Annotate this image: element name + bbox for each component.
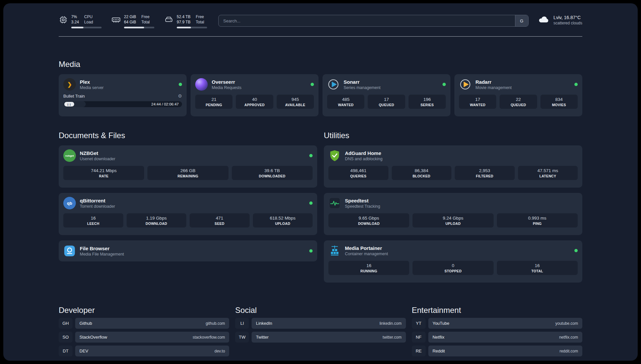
status-dot <box>309 249 313 253</box>
cpu-widget: 7% 3.24 CPU Load <box>59 15 102 28</box>
stat-upload: 9.24 Gbps UPLOAD <box>412 213 493 228</box>
stat-latency: 47.571 ms LATENCY <box>518 166 578 180</box>
status-dot <box>311 83 314 86</box>
status-dot <box>309 154 313 157</box>
portainer-icon <box>328 244 341 257</box>
disk-total: 97.9 TB <box>177 20 191 25</box>
dashboard: 7% 3.24 CPU Load <box>3 3 638 361</box>
now-playing-title: Bullet Train <box>63 94 85 99</box>
nzbget-card[interactable]: nzbget NZBGet Usenet downloader 744.21 M… <box>59 145 317 188</box>
filebrowser-card[interactable]: File Browser Media File Management <box>59 240 317 261</box>
settings-gear-icon[interactable]: ⚙ <box>178 93 182 99</box>
radarr-card[interactable]: Radarr Movie management 17 WANTED 22 QUE… <box>454 74 582 116</box>
bookmark-abbr: GH <box>59 318 73 329</box>
radarr-icon <box>459 78 472 91</box>
disk-label-total: Total <box>196 20 204 25</box>
disk-icon <box>164 15 173 24</box>
stat-series: 196 SERIES <box>409 95 446 109</box>
bookmark-reddit[interactable]: RE Reddit reddit.com <box>412 346 582 356</box>
stat-upload: 618.52 Mbps UPLOAD <box>253 213 313 228</box>
cpu-percent: 7% <box>71 15 79 20</box>
stat-queued: 17 QUEUED <box>368 95 405 109</box>
search-engine-button[interactable]: G <box>515 15 528 26</box>
weather-widget[interactable]: Lviv, 16.87°C scattered clouds <box>538 15 582 25</box>
stat-running: 16 RUNNING <box>328 261 409 275</box>
developer-heading: Developer <box>59 306 229 315</box>
sonarr-icon <box>327 78 340 91</box>
stat-leech: 16 LEECH <box>63 213 123 228</box>
bookmark-abbr: NF <box>412 332 426 343</box>
adguard-card[interactable]: AdGuard Home DNS and adblocking 498,461 … <box>324 145 582 188</box>
status-dot <box>309 201 313 205</box>
cpu-loadavg: 3.24 <box>71 20 79 25</box>
stat-download: 1.19 Gbps DOWNLOAD <box>127 213 187 228</box>
bookmark-abbr: YT <box>412 318 426 329</box>
plex-icon: ❯ <box>63 78 76 91</box>
cloud-icon <box>538 15 550 25</box>
disk-progress-bar <box>177 27 207 28</box>
bookmark-stackoverflow[interactable]: SO StackOverflow stackoverflow.com <box>59 332 229 343</box>
stat-approved: 40 APPROVED <box>236 95 273 109</box>
adguard-icon <box>328 149 341 162</box>
bookmark-linkedin[interactable]: LI LinkedIn linkedin.com <box>235 318 406 329</box>
stat-available: 945 AVAILABLE <box>277 95 314 109</box>
weather-condition: scattered clouds <box>554 21 582 25</box>
bookmark-abbr: LI <box>235 318 249 329</box>
stat-rate: 744.21 Mbps RATE <box>63 166 144 180</box>
utilities-heading: Utilities <box>324 131 582 140</box>
entertainment-heading: Entertainment <box>412 306 582 315</box>
stat-queries: 498,461 QUERIES <box>328 166 388 180</box>
top-bar: 7% 3.24 CPU Load <box>59 15 582 28</box>
nzbget-icon: nzbget <box>63 149 76 162</box>
stat-filtered: 2,953 FILTERED <box>455 166 515 180</box>
status-dot <box>443 83 446 86</box>
stat-stopped: 0 STOPPED <box>412 261 493 275</box>
weather-location: Lviv, 16.87°C <box>554 15 582 20</box>
plex-card[interactable]: ❯ Plex Media server Bullet Train ⚙ ❙❙ 24… <box>59 74 187 116</box>
memory-icon <box>111 15 121 24</box>
disk-label-free: Free <box>196 15 204 20</box>
ram-label-free: Free <box>141 15 150 20</box>
stat-ping: 0.993 ms PING <box>497 213 578 228</box>
search-bar: G <box>218 15 529 27</box>
search-input[interactable] <box>219 15 515 26</box>
cpu-progress-bar <box>71 27 102 28</box>
filebrowser-icon <box>63 245 76 257</box>
topbar-divider <box>59 36 582 37</box>
overseerr-icon <box>195 78 208 91</box>
disk-widget: 52.4 TB 97.9 TB Free Total <box>164 15 207 28</box>
stat-download: 9.65 Gbps DOWNLOAD <box>328 213 409 228</box>
pause-icon: ❙❙ <box>67 103 72 106</box>
pause-button[interactable]: ❙❙ <box>64 102 74 106</box>
qbittorrent-icon: qb <box>63 197 76 209</box>
speedtest-icon <box>328 197 341 209</box>
qbittorrent-card[interactable]: qb qBittorrent Torrent downloader 16 LEE… <box>59 193 317 235</box>
bookmark-twitter[interactable]: TW Twitter twitter.com <box>235 332 406 343</box>
portainer-card[interactable]: Media Portainer Container management 16 … <box>324 240 582 283</box>
stat-pending: 21 PENDING <box>195 95 232 109</box>
cpu-label2: Load <box>84 20 93 25</box>
bookmark-abbr: TW <box>235 332 249 343</box>
bookmark-youtube[interactable]: YT YouTube youtube.com <box>412 318 582 329</box>
social-heading: Social <box>235 306 406 315</box>
speedtest-card[interactable]: Speedtest Speedtest Tracking 9.65 Gbps D… <box>324 193 582 235</box>
playback-progress-bar[interactable]: ❙❙ 24:44 / 02:06:47 <box>63 101 182 107</box>
status-dot <box>574 249 578 252</box>
plex-subtitle: Media server <box>80 85 104 90</box>
ram-widget: 22 GiB 64 GiB Free Total <box>111 15 154 28</box>
sonarr-card[interactable]: Sonarr Series management 485 WANTED 17 Q… <box>322 74 450 116</box>
bookmark-netflix[interactable]: NF Netflix netflix.com <box>412 332 582 343</box>
stat-queued: 22 QUEUED <box>500 95 537 109</box>
ram-free: 22 GiB <box>124 15 136 20</box>
stat-downloaded: 39.6 TB DOWNLOADED <box>232 166 313 180</box>
overseerr-card[interactable]: Overseerr Media Requests 21 PENDING 40 A… <box>191 74 319 116</box>
disk-free: 52.4 TB <box>177 15 191 20</box>
stat-total: 16 TOTAL <box>497 261 578 275</box>
ram-label-total: Total <box>141 20 150 25</box>
cpu-icon <box>59 15 68 24</box>
bookmark-github[interactable]: GH Github github.com <box>59 318 229 329</box>
stat-wanted: 485 WANTED <box>327 95 364 109</box>
stat-seed: 471 SEED <box>190 213 250 228</box>
stat-blocked: 86,384 BLOCKED <box>392 166 452 180</box>
bookmark-dev[interactable]: DT DEV dev.to <box>59 346 229 356</box>
